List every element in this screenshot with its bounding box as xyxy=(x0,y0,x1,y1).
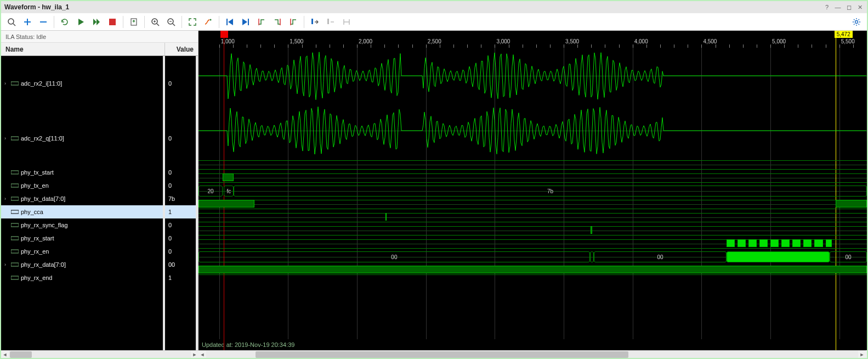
stop-record-icon[interactable] xyxy=(105,15,120,29)
signal-row[interactable]: phy_tx_en xyxy=(1,179,163,192)
svg-line-16 xyxy=(173,24,175,26)
expand-icon[interactable]: › xyxy=(4,81,11,86)
signal-value: 7b xyxy=(165,192,196,205)
svg-marker-7 xyxy=(97,19,100,25)
svg-rect-50 xyxy=(11,276,19,279)
gear-icon[interactable] xyxy=(849,15,864,29)
signal-row[interactable]: phy_tx_start xyxy=(1,166,163,179)
bus-segment: fc xyxy=(224,186,234,197)
tick-label: 1,000 xyxy=(221,38,235,44)
signal-row[interactable]: ›phy_rx_data[7:0] xyxy=(1,258,163,271)
wave-scrollbar[interactable]: ◄ ► xyxy=(198,350,866,358)
scroll-right-icon[interactable]: ► xyxy=(858,351,866,358)
plus-icon[interactable] xyxy=(20,15,35,29)
bus-icon xyxy=(11,261,19,268)
signal-row[interactable]: phy_rx_end xyxy=(1,271,163,284)
signal-name: adc_rx2_q[11:0] xyxy=(21,135,64,142)
bus-icon xyxy=(11,80,19,87)
signal-row[interactable]: ›adc_rx2_i[11:0] xyxy=(1,56,163,111)
left-scrollbar[interactable]: ◄ ► xyxy=(1,350,198,358)
svg-line-36 xyxy=(854,19,855,20)
zoom-out-icon[interactable] xyxy=(164,15,178,29)
signal-list: ›adc_rx2_i[11:0]›adc_rx2_q[11:0]phy_tx_s… xyxy=(1,56,198,350)
help-icon[interactable]: ? xyxy=(823,3,831,11)
signal-name: phy_tx_start xyxy=(21,169,54,176)
tick-label: 3,000 xyxy=(496,38,510,44)
minus-icon[interactable] xyxy=(36,15,50,29)
expand-icon[interactable]: › xyxy=(4,136,11,141)
signal-name: phy_tx_data[7:0] xyxy=(21,195,65,202)
signal-value: 0 xyxy=(165,218,196,232)
close-icon[interactable]: ✕ xyxy=(856,3,864,11)
export-icon[interactable] xyxy=(127,15,141,29)
toolbar xyxy=(1,13,867,31)
first-icon[interactable] xyxy=(223,15,237,29)
expand-icon[interactable]: › xyxy=(4,262,11,267)
tick-label: 4,500 xyxy=(703,38,717,44)
column-header-name[interactable]: Name xyxy=(1,43,165,55)
signal-value: 00 xyxy=(165,258,196,271)
wire-icon xyxy=(11,274,19,281)
svg-marker-20 xyxy=(242,19,247,25)
signal-value: 1 xyxy=(165,271,196,284)
column-header-value[interactable]: Value xyxy=(165,43,198,55)
signal-name: phy_rx_end xyxy=(21,274,53,281)
snap-icon[interactable] xyxy=(201,15,215,29)
prev-edge-icon[interactable] xyxy=(254,15,269,29)
signal-row[interactable]: phy_rx_sync_flag xyxy=(1,218,163,232)
signal-name: phy_cca xyxy=(21,209,43,215)
bus-segment: 7b xyxy=(234,186,867,197)
minimize-icon[interactable]: — xyxy=(834,3,842,11)
svg-rect-43 xyxy=(11,184,19,187)
signal-name: phy_rx_start xyxy=(21,235,54,242)
signal-row[interactable]: phy_rx_en xyxy=(1,245,163,258)
svg-rect-47 xyxy=(11,237,19,240)
last-icon[interactable] xyxy=(239,15,253,29)
svg-point-0 xyxy=(8,19,14,24)
signal-row[interactable]: phy_cca xyxy=(1,205,163,218)
wire-icon xyxy=(11,182,19,189)
scroll-right-icon[interactable]: ► xyxy=(191,351,198,358)
waveform-area[interactable]: Updated at: 2019-Nov-19 20:34:39 1,0001,… xyxy=(198,31,867,350)
fast-forward-icon[interactable] xyxy=(89,15,104,29)
signal-value: 0 xyxy=(165,232,196,245)
tick-label: 3,500 xyxy=(565,38,579,44)
tick-label: 4,000 xyxy=(634,38,648,44)
remove-marker-icon[interactable] xyxy=(324,15,338,29)
range-marker-icon[interactable] xyxy=(339,15,354,29)
primary-cursor-badge[interactable] xyxy=(220,31,228,38)
signal-row[interactable]: ›adc_rx2_q[11:0] xyxy=(1,111,163,166)
signal-value: 0 xyxy=(165,245,196,258)
wire-icon xyxy=(11,169,19,176)
zoom-in-icon[interactable] xyxy=(148,15,162,29)
bus-segment: 00 xyxy=(594,251,726,262)
signal-name: phy_rx_en xyxy=(21,248,49,255)
signal-row[interactable]: phy_rx_start xyxy=(1,232,163,245)
wire-icon xyxy=(11,222,19,228)
bus-segment xyxy=(727,251,830,262)
next-edge-icon[interactable] xyxy=(270,15,285,29)
scroll-left-icon[interactable]: ◄ xyxy=(1,351,9,358)
signal-value: 0 xyxy=(165,179,196,192)
svg-rect-46 xyxy=(11,223,19,227)
bus-segment xyxy=(590,251,594,262)
signal-row[interactable]: ›phy_tx_data[7:0] xyxy=(1,192,163,205)
prev-transition-icon[interactable] xyxy=(286,15,300,29)
svg-line-37 xyxy=(859,24,860,25)
expand-icon[interactable]: › xyxy=(4,196,11,201)
search-icon[interactable] xyxy=(4,15,19,29)
bus-icon xyxy=(11,135,19,142)
play-icon[interactable] xyxy=(73,15,88,29)
goto-marker-icon[interactable] xyxy=(308,15,322,29)
secondary-cursor-badge[interactable]: 5,472 xyxy=(835,31,853,38)
signal-name: phy_tx_en xyxy=(21,182,49,189)
title-bar: Waveform - hw_ila_1 ? — ◻ ✕ xyxy=(1,1,867,13)
zoom-fit-icon[interactable] xyxy=(185,15,200,29)
refresh-icon[interactable] xyxy=(58,15,72,29)
maximize-icon[interactable]: ◻ xyxy=(845,3,853,11)
tick-label: 2,500 xyxy=(428,38,441,44)
tick-label: 5,000 xyxy=(772,38,786,44)
scroll-left-icon[interactable]: ◄ xyxy=(198,351,206,358)
svg-rect-49 xyxy=(11,263,19,266)
svg-rect-26 xyxy=(327,19,329,24)
